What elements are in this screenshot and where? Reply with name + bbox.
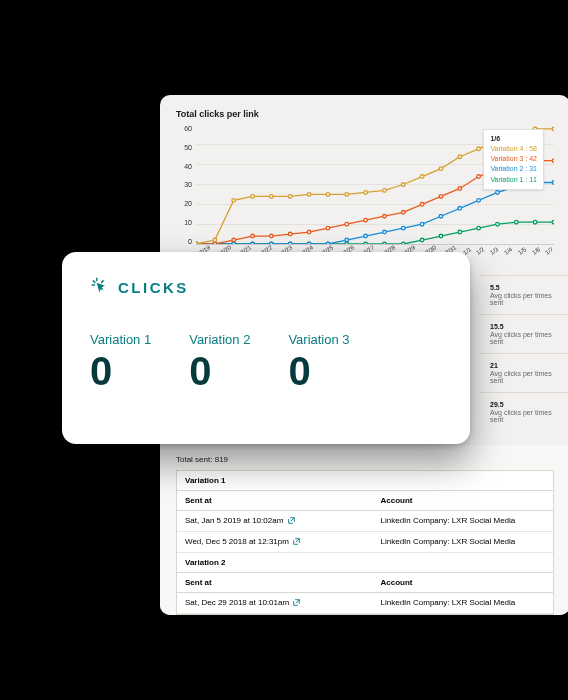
clicks-card: CLICKS Variation 10Variation 20Variation… [62,252,470,444]
svg-point-35 [477,199,481,203]
svg-point-28 [345,238,349,242]
stat-sidebar: 5.5Avg clicks per times sent15.5Avg clic… [480,275,568,431]
svg-point-65 [288,195,292,199]
svg-point-9 [364,242,368,244]
legend-entry: Variation 4 : 58 [490,144,537,154]
clicks-metric: Variation 20 [189,332,250,391]
svg-point-45 [288,232,292,236]
stat-label: Avg clicks per times sent [490,331,560,345]
stat-row: 29.5Avg clicks per times sent [480,392,568,431]
stat-value: 15.5 [490,323,560,330]
svg-point-32 [420,222,424,226]
metric-label: Variation 3 [288,332,349,347]
svg-point-52 [420,203,424,207]
chart-title: Total clicks per link [176,109,554,119]
svg-point-13 [439,234,443,238]
svg-point-15 [477,226,481,230]
svg-point-70 [383,189,387,193]
log-column-headers: Sent atAccount [177,491,553,511]
metric-value: 0 [288,351,349,391]
svg-point-62 [232,199,236,203]
svg-point-64 [270,195,274,199]
log-column-headers: Sent atAccount [177,573,553,593]
cell-account: LinkedIn Company: LXR Social Media [373,593,553,613]
legend-entry: Variation 1 : 11 [490,175,537,185]
chart-plot: 1/6 Variation 4 : 58Variation 3 : 42Vari… [196,125,554,245]
svg-point-50 [383,214,387,218]
chart-legend-tooltip: 1/6 Variation 4 : 58Variation 3 : 42Vari… [483,129,544,190]
svg-point-36 [496,191,500,195]
svg-point-29 [364,234,368,238]
stat-label: Avg clicks per times sent [490,370,560,384]
cursor-click-icon [90,276,108,298]
svg-point-68 [345,193,349,197]
svg-point-75 [477,147,481,151]
log-row[interactable]: Sat, Jan 5 2019 at 10:02am LinkedIn Comp… [177,511,553,532]
cell-sent-at[interactable]: Wed, Dec 5 2018 at 12:31pm [177,532,373,552]
svg-point-61 [213,238,217,242]
svg-point-34 [458,207,462,211]
svg-point-43 [251,234,255,238]
clicks-metric: Variation 10 [90,332,151,391]
svg-point-11 [401,242,405,244]
svg-point-66 [307,193,311,197]
legend-entry: Variation 3 : 42 [490,154,537,164]
svg-point-33 [439,214,443,218]
svg-point-53 [439,195,443,199]
clicks-card-title: CLICKS [118,279,189,296]
svg-point-74 [458,155,462,159]
log-row[interactable]: Wed, Dec 5 2018 at 12:31pm LinkedIn Comp… [177,532,553,553]
log-group-header: Variation 1 [177,471,553,491]
svg-point-71 [401,183,405,187]
svg-point-30 [383,230,387,234]
cell-account: LinkedIn Company: LXR Social Media [373,532,553,552]
svg-point-12 [420,238,424,242]
svg-point-49 [364,218,368,222]
svg-point-23 [251,242,255,244]
stat-label: Avg clicks per times sent [490,409,560,423]
svg-point-44 [270,234,274,238]
svg-point-48 [345,222,349,226]
log-row[interactable]: Sat, Dec 29 2018 at 10:01am LinkedIn Com… [177,593,553,614]
external-link-icon [293,599,300,608]
svg-point-63 [251,195,255,199]
svg-point-27 [326,242,330,244]
svg-point-46 [307,230,311,234]
svg-point-73 [439,167,443,171]
stat-value: 29.5 [490,401,560,408]
svg-point-42 [232,238,236,242]
col-account: Account [373,491,553,510]
svg-point-69 [364,191,368,195]
stat-value: 21 [490,362,560,369]
metric-label: Variation 1 [90,332,151,347]
col-sent-at: Sent at [177,491,373,510]
stat-row: 21Avg clicks per times sent [480,353,568,392]
svg-point-51 [401,210,405,214]
cell-sent-at[interactable]: Sat, Jan 5 2019 at 10:02am [177,511,373,531]
metric-value: 0 [189,351,250,391]
svg-point-79 [552,127,554,131]
stat-label: Avg clicks per times sent [490,292,560,306]
svg-point-18 [533,220,537,224]
svg-point-47 [326,226,330,230]
metric-value: 0 [90,351,151,391]
clicks-metric: Variation 30 [288,332,349,391]
send-log: Total sent: 819 Variation 1Sent atAccoun… [160,445,568,615]
svg-point-59 [552,159,554,163]
stat-row: 15.5Avg clicks per times sent [480,314,568,353]
stat-value: 5.5 [490,284,560,291]
svg-point-10 [383,242,387,244]
total-sent-label: Total sent: 819 [176,455,554,464]
cell-account: LinkedIn Company: LXR Social Media [373,511,553,531]
log-group-header: Variation 2 [177,553,553,573]
svg-point-19 [552,220,554,224]
svg-point-60 [196,242,198,244]
stat-row: 5.5Avg clicks per times sent [480,275,568,314]
svg-point-67 [326,193,330,197]
svg-point-16 [496,222,500,226]
chart-y-axis: 6050403020100 [176,125,196,245]
svg-point-55 [477,175,481,179]
cell-sent-at[interactable]: Sat, Dec 29 2018 at 10:01am [177,593,373,613]
svg-point-14 [458,230,462,234]
send-log-table: Variation 1Sent atAccountSat, Jan 5 2019… [176,470,554,615]
